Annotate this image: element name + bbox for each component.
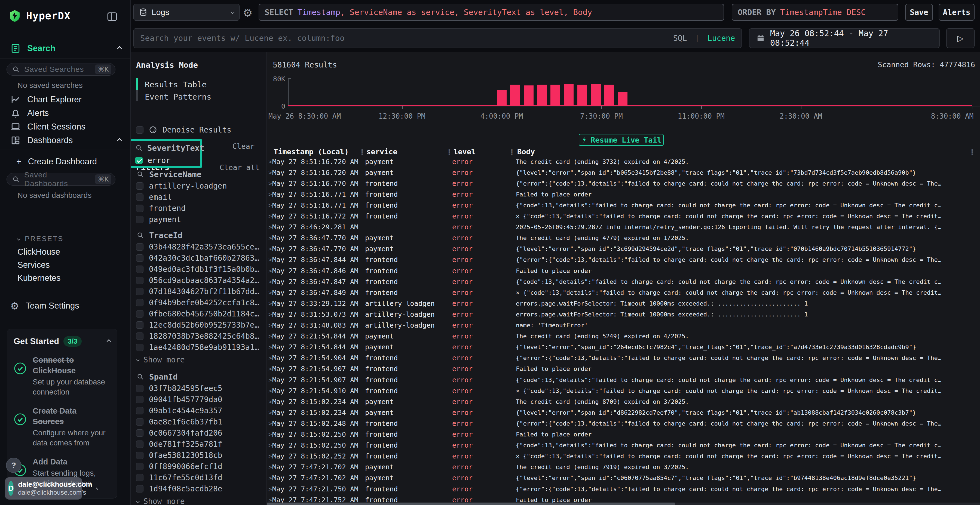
row-expander-icon[interactable]: >	[267, 376, 272, 383]
mode-lucene-toggle[interactable]: Lucene	[708, 34, 735, 43]
row-expander-icon[interactable]: >	[267, 267, 272, 274]
row-expander-icon[interactable]: >	[267, 300, 272, 307]
row-expander-icon[interactable]: >	[267, 344, 272, 351]
filter-value-row[interactable]: frontend	[136, 203, 186, 213]
row-expander-icon[interactable]: >	[267, 191, 272, 198]
checkbox-icon[interactable]	[136, 299, 143, 306]
histogram-bar[interactable]	[564, 84, 574, 106]
search-icon[interactable]	[137, 373, 144, 381]
checkbox-icon[interactable]	[136, 288, 143, 295]
table-row[interactable]: >May 27 7:47:21.702 AMpaymenterrorThe cr…	[267, 462, 980, 473]
filter-value-row[interactable]: 0fbe680eb456750b2d1184c…	[136, 309, 259, 318]
filter-value-label[interactable]: 18287038b73e882425c64b8…	[149, 332, 259, 341]
table-row[interactable]: >May 27 8:15:02.248 AMfrontenderror{"err…	[267, 418, 980, 429]
row-expander-icon[interactable]: >	[267, 311, 272, 318]
column-separator-icon[interactable]: ⋮	[358, 148, 366, 156]
checkbox-icon[interactable]	[136, 194, 143, 201]
row-expander-icon[interactable]: >	[267, 354, 272, 361]
filter-value-label[interactable]: 0fbe680eb456750b2d1184c…	[149, 310, 259, 318]
chevron-up-icon[interactable]	[117, 46, 122, 51]
sidebar-item-team-settings[interactable]: ⚙ Team Settings	[10, 300, 121, 312]
filter-value-label[interactable]: 11c67fe55c0d13fd	[149, 473, 223, 482]
denoise-results-row[interactable]: Denoise Results	[136, 125, 231, 134]
filter-value-row[interactable]: 09ab1c4544c9a357	[136, 406, 223, 415]
filter-value-label[interactable]: 0c0667304fafd206	[149, 429, 223, 438]
filter-value-label[interactable]: 0de781ff325a781f	[149, 440, 223, 449]
histogram-bar[interactable]	[578, 85, 587, 106]
filter-value-row[interactable]: 0ff8990066efcf1d	[136, 462, 223, 471]
checkbox-icon[interactable]	[136, 182, 143, 190]
checkbox-icon[interactable]	[136, 243, 143, 251]
filter-value-row[interactable]: payment	[136, 215, 181, 224]
checkbox-icon[interactable]	[136, 396, 143, 403]
row-expander-icon[interactable]: >	[267, 387, 272, 394]
checkbox-icon[interactable]	[136, 463, 143, 470]
row-expander-icon[interactable]: >	[267, 453, 272, 460]
orderby-query-input[interactable]: ORDER BY TimestampTime DESC	[732, 4, 898, 21]
save-button[interactable]: Save	[905, 4, 933, 21]
checkbox-icon[interactable]	[136, 126, 143, 133]
checkbox-icon[interactable]	[136, 265, 143, 273]
search-icon[interactable]	[137, 171, 144, 178]
filter-value-label[interactable]: 0fae5381230518cb	[149, 451, 223, 460]
checkbox-icon[interactable]	[136, 344, 143, 351]
user-account-button[interactable]: D dale@clickhouse.com dale@clickhouse.co…	[5, 477, 82, 500]
histogram-bar[interactable]	[537, 85, 547, 106]
column-header-body[interactable]: Body	[517, 148, 535, 156]
checkbox-icon[interactable]	[136, 321, 143, 329]
table-row[interactable]: >May 27 8:21:54.907 AMfrontenderrorFaile…	[267, 364, 980, 375]
table-row[interactable]: >May 27 8:21:54.904 AMfrontenderror{"err…	[267, 353, 980, 364]
histogram-bar[interactable]	[591, 84, 601, 106]
row-expander-icon[interactable]: >	[267, 365, 272, 372]
table-row[interactable]: >May 27 7:47:21.750 AMfrontenderror{"err…	[267, 483, 980, 494]
filter-value-label[interactable]: 1d94f08c5acdb28e	[149, 484, 223, 493]
checkbox-icon[interactable]	[136, 485, 143, 492]
histogram-bar[interactable]	[550, 85, 560, 106]
table-row[interactable]: >May 27 8:36:47.770 AMpaymenterror{"leve…	[267, 243, 980, 254]
run-query-button[interactable]: ▷	[946, 28, 975, 48]
table-row[interactable]: >May 27 8:31:48.083 AMartillery-loadgene…	[267, 320, 980, 331]
filter-value-row[interactable]: 12ec8dd52b60b9525733b7e…	[136, 320, 259, 329]
row-expander-icon[interactable]: >	[267, 256, 272, 263]
filter-value-label[interactable]: frontend	[149, 204, 186, 213]
filter-value-label[interactable]: error	[148, 156, 170, 165]
presets-section-toggle[interactable]: PRESETS	[18, 235, 64, 243]
sidebar-item-alerts[interactable]: Alerts	[10, 107, 121, 119]
table-row[interactable]: >May 27 8:15:02.234 AMpaymenterror{"leve…	[267, 407, 980, 418]
row-expander-icon[interactable]: >	[267, 333, 272, 340]
filter-value-row[interactable]: 1ae42480d758e9ab91193a1…	[136, 343, 259, 352]
tab-results-table[interactable]: Results Table	[145, 80, 207, 89]
filter-value-label[interactable]: payment	[149, 215, 181, 224]
get-started-item[interactable]: Create Data Sources Configure where your…	[14, 406, 111, 448]
span-show-more[interactable]: Show more	[137, 497, 185, 505]
table-row[interactable]: >May 27 8:33:29.132 AMartillery-loadgene…	[267, 298, 980, 309]
clear-all-button[interactable]: Clear all	[220, 163, 259, 172]
row-expander-icon[interactable]: >	[267, 289, 272, 296]
checkbox-icon[interactable]	[136, 310, 143, 318]
checkbox-icon[interactable]	[136, 474, 143, 481]
table-row[interactable]: >May 27 7:47:21.702 AMpaymenterror{"leve…	[267, 473, 980, 483]
filter-value-label[interactable]: 12ec8dd52b60b9525733b7e…	[149, 321, 259, 329]
filter-value-row[interactable]: 03f7b824595feec5	[136, 384, 223, 393]
table-row[interactable]: >May 27 8:46:29.281 AMerror2025-05-26T09…	[267, 222, 980, 233]
filter-value-row[interactable]: 07d184304627bf2f11b67dd…	[136, 287, 259, 296]
table-row[interactable]: >May 27 8:51:16.771 AMfrontenderrorFaile…	[267, 189, 980, 200]
column-header-timestamp[interactable]: Timestamp (Local)	[274, 148, 349, 156]
filter-value-row[interactable]: 0c0667304fafd206	[136, 428, 223, 438]
row-expander-icon[interactable]: >	[267, 486, 272, 492]
row-expander-icon[interactable]: >	[267, 202, 272, 209]
checkbox-checked-icon[interactable]	[135, 157, 143, 164]
filter-value-row[interactable]: artillery-loadgen	[136, 181, 227, 191]
filter-value-label[interactable]: 0ff8990066efcf1d	[149, 462, 223, 471]
filter-value-label[interactable]: 07d184304627bf2f11b67dd…	[149, 287, 259, 296]
alerts-button[interactable]: Alerts	[939, 4, 975, 21]
table-row[interactable]: >May 27 8:36:47.846 AMfrontenderrorFaile…	[267, 265, 980, 276]
sidebar-item-dashboards[interactable]: Dashboards	[10, 134, 121, 146]
filter-value-row[interactable]: 18287038b73e882425c64b8…	[136, 332, 259, 341]
create-dashboard-button[interactable]: + Create Dashboard	[16, 156, 121, 168]
source-settings-gear-icon[interactable]: ⚙	[243, 6, 253, 19]
checkbox-icon[interactable]	[136, 440, 143, 448]
checkbox-icon[interactable]	[136, 216, 143, 223]
date-range-picker[interactable]: May 26 08:52:44 - May 27 08:52:44	[749, 28, 940, 48]
row-expander-icon[interactable]: >	[267, 475, 272, 481]
